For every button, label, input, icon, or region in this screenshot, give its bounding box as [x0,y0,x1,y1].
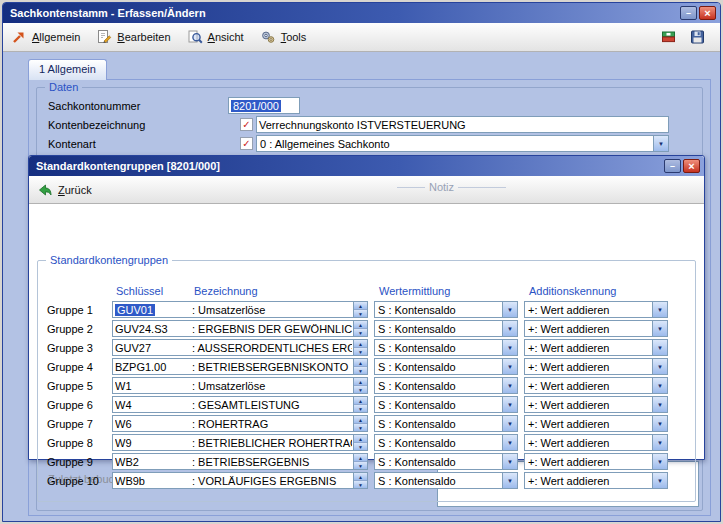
tab-allgemein-label: 1 Allgemein [39,63,96,75]
key-value: GUV27 [115,342,192,354]
key-combobox[interactable]: W1 : Umsatzerlöse ▲▼ [112,377,368,394]
dialog-minimize-button[interactable]: – [664,159,681,173]
additionskennung-combobox[interactable]: +: Wert addieren ▼ [524,453,668,470]
key-combobox[interactable]: W4 : GESAMTLEISTUNG ▲▼ [112,396,368,413]
dropdown-button[interactable]: ▼ [652,435,667,450]
dropdown-button[interactable]: ▼ [652,397,667,412]
back-button[interactable]: Zurück [37,182,92,198]
kontenbezeichnung-checkbox[interactable]: ✓ [240,118,253,131]
key-combobox[interactable]: W6 : ROHERTRAG ▲▼ [112,415,368,432]
key-combobox[interactable]: GUV01 : Umsatzerlöse ▲▼ [112,301,368,318]
wertermittlung-value: S : Kontensaldo [378,323,456,335]
wertermittlung-combobox[interactable]: S : Kontensaldo ▼ [374,320,518,337]
wertermittlung-combobox[interactable]: S : Kontensaldo ▼ [374,358,518,375]
dropdown-button[interactable]: ▼ [502,378,517,393]
tab-allgemein[interactable]: 1 Allgemein [28,59,107,80]
menu-tools[interactable]: Tools [260,29,307,45]
additionskennung-value: +: Wert addieren [528,456,609,468]
key-combobox[interactable]: GUV27 : AUSSERORDENTLICHES ERGEBNIS ▲▼ [112,339,368,356]
additionskennung-combobox[interactable]: +: Wert addieren ▼ [524,320,668,337]
dropdown-button[interactable]: ▼ [653,136,668,151]
additionskennung-combobox[interactable]: +: Wert addieren ▼ [524,415,668,432]
spinner-button[interactable]: ▲▼ [353,302,367,317]
description-value: : BETRIEBLICHER ROHERTRAG [192,437,352,449]
additionskennung-combobox[interactable]: +: Wert addieren ▼ [524,472,668,489]
additionskennung-combobox[interactable]: +: Wert addieren ▼ [524,339,668,356]
spinner-button[interactable]: ▲▼ [353,378,367,393]
dropdown-button[interactable]: ▼ [502,359,517,374]
spinner-up-icon: ▲ [354,340,367,348]
wertermittlung-combobox[interactable]: S : Kontensaldo ▼ [374,301,518,318]
close-icon: × [704,8,710,19]
dropdown-button[interactable]: ▼ [502,416,517,431]
wertermittlung-value: S : Kontensaldo [378,361,456,373]
key-combobox[interactable]: W9 : BETRIEBLICHER ROHERTRAG ▲▼ [112,434,368,451]
sachkontonummer-input[interactable]: 8201/000 [228,97,300,114]
spinner-button[interactable]: ▲▼ [353,359,367,374]
key-value: WB2 [115,456,192,468]
additionskennung-combobox[interactable]: +: Wert addieren ▼ [524,377,668,394]
dropdown-button[interactable]: ▼ [652,302,667,317]
wertermittlung-value: S : Kontensaldo [378,418,456,430]
spinner-button[interactable]: ▲▼ [353,416,367,431]
dropdown-button[interactable]: ▼ [652,321,667,336]
table-row: Gruppe 8 W9 : BETRIEBLICHER ROHERTRAG ▲▼… [47,434,686,451]
menu-allgemein[interactable]: Allgemein [11,29,80,45]
spinner-button[interactable]: ▲▼ [353,435,367,450]
dropdown-button[interactable]: ▼ [652,416,667,431]
dropdown-button[interactable]: ▼ [652,454,667,469]
menu-bearbeiten[interactable]: Bearbeiten [96,29,170,45]
dropdown-button[interactable]: ▼ [502,473,517,488]
dropdown-button[interactable]: ▼ [502,397,517,412]
kontenart-combobox[interactable]: 0 : Allgemeines Sachkonto ▼ [256,135,669,152]
key-combobox[interactable]: BZPG1.00 : BETRIEBSERGEBNISKONTO ▲▼ [112,358,368,375]
dialog-client-area: Standardkontengruppen Schlüssel Bezeichn… [29,204,704,459]
wertermittlung-combobox[interactable]: S : Kontensaldo ▼ [374,472,518,489]
dialog-close-button[interactable]: × [683,159,700,173]
key-combobox[interactable]: GUV24.S3 : ERGEBNIS DER GEWÖHNLICHEN GES… [112,320,368,337]
additionskennung-combobox[interactable]: +: Wert addieren ▼ [524,434,668,451]
kontenart-checkbox[interactable]: ✓ [240,137,253,150]
wertermittlung-combobox[interactable]: S : Kontensaldo ▼ [374,396,518,413]
additionskennung-value: +: Wert addieren [528,323,609,335]
dropdown-button[interactable]: ▼ [502,302,517,317]
close-button[interactable]: × [699,6,716,20]
spinner-button[interactable]: ▲▼ [353,397,367,412]
additionskennung-combobox[interactable]: +: Wert addieren ▼ [524,396,668,413]
spinner-button[interactable]: ▲▼ [353,473,367,488]
minimize-button[interactable]: – [680,6,697,20]
wertermittlung-combobox[interactable]: S : Kontensaldo ▼ [374,339,518,356]
additionskennung-combobox[interactable]: +: Wert addieren ▼ [524,301,668,318]
check-icon: ✓ [242,120,250,130]
spinner-button[interactable]: ▲▼ [353,321,367,336]
spinner-button[interactable]: ▲▼ [353,340,367,355]
wertermittlung-combobox[interactable]: S : Kontensaldo ▼ [374,434,518,451]
spinner-button[interactable]: ▲▼ [353,454,367,469]
key-combobox[interactable]: WB2 : BETRIEBSERGEBNIS ▲▼ [112,453,368,470]
dropdown-button[interactable]: ▼ [652,340,667,355]
wertermittlung-combobox[interactable]: S : Kontensaldo ▼ [374,453,518,470]
dropdown-button[interactable]: ▼ [502,435,517,450]
menu-tools-label: Tools [281,31,307,43]
dropdown-button[interactable]: ▼ [502,321,517,336]
row-label: Gruppe 1 [47,304,112,316]
menu-ansicht[interactable]: Ansicht [187,29,244,45]
description-value: : BETRIEBSERGEBNIS [192,456,352,468]
additionskennung-combobox[interactable]: +: Wert addieren ▼ [524,358,668,375]
column-header-schluessel: Schlüssel [116,285,163,297]
dropdown-button[interactable]: ▼ [652,378,667,393]
kontenbezeichnung-input[interactable]: Verrechnungskonto ISTVERSTEUERUNG [256,116,669,133]
dropdown-button[interactable]: ▼ [652,473,667,488]
spinner-up-icon: ▲ [354,416,367,424]
daten-legend: Daten [45,81,82,93]
dropdown-button[interactable]: ▼ [502,340,517,355]
spinner-up-icon: ▲ [354,435,367,443]
dropdown-button[interactable]: ▼ [502,454,517,469]
wertermittlung-combobox[interactable]: S : Kontensaldo ▼ [374,377,518,394]
description-value: : GESAMTLEISTUNG [192,399,352,411]
save-icon[interactable] [689,29,706,45]
wertermittlung-combobox[interactable]: S : Kontensaldo ▼ [374,415,518,432]
dropdown-button[interactable]: ▼ [652,359,667,374]
package-icon[interactable] [660,29,677,45]
key-combobox[interactable]: WB9b : VORLÄUFIGES ERGEBNIS ▲▼ [112,472,368,489]
